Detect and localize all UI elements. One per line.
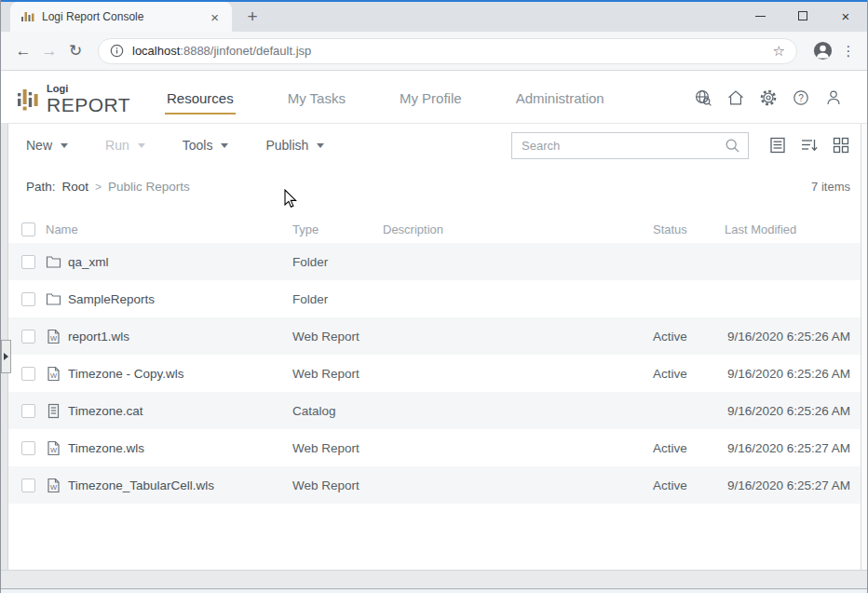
- row-name[interactable]: Timezone - Copy.wls: [68, 367, 184, 381]
- web-report-icon: W: [46, 366, 61, 382]
- row-checkbox[interactable]: [21, 330, 35, 344]
- url-host: localhost: [132, 44, 180, 58]
- row-name[interactable]: report1.wls: [68, 330, 129, 344]
- grid-view-icon[interactable]: [832, 136, 850, 155]
- url-text[interactable]: localhost:8888/jinfonet/default.jsp: [132, 44, 773, 58]
- sort-icon[interactable]: [800, 136, 819, 155]
- column-name[interactable]: Name: [46, 222, 292, 236]
- page-footer-strip: [1, 570, 867, 588]
- items-count: 7 items: [811, 180, 850, 194]
- table-row[interactable]: SampleReports Folder: [1, 280, 867, 317]
- browser-toolbar: ← → ↻ localhost:8888/jinfonet/default.js…: [1, 32, 867, 71]
- expand-panel-handle[interactable]: [1, 340, 11, 373]
- row-name[interactable]: Timezone.wls: [68, 441, 144, 455]
- nav-administration[interactable]: Administration: [516, 90, 604, 106]
- row-status: Active: [653, 478, 725, 492]
- row-modified: 9/16/2020 6:25:27 AM: [725, 478, 850, 492]
- select-all-checkbox[interactable]: [21, 222, 35, 236]
- logo-word-logi: Logi: [47, 84, 130, 94]
- column-last-modified[interactable]: Last Modified: [725, 222, 850, 236]
- forward-icon[interactable]: →: [36, 42, 62, 61]
- row-checkbox[interactable]: [21, 404, 35, 418]
- home-icon[interactable]: [726, 88, 745, 107]
- folder-icon: [46, 291, 61, 307]
- minimize-button[interactable]: [739, 2, 781, 30]
- row-checkbox[interactable]: [21, 441, 35, 455]
- row-type: Web Report: [292, 330, 383, 344]
- settings-gear-icon[interactable]: [759, 88, 778, 107]
- row-status: Active: [653, 367, 725, 381]
- row-checkbox[interactable]: [21, 292, 35, 306]
- chevron-down-icon: [317, 143, 324, 148]
- browser-menu-icon[interactable]: ⋮: [839, 43, 858, 60]
- table-row[interactable]: W Timezone - Copy.wls Web Report Active …: [1, 355, 867, 392]
- nav-my-profile[interactable]: My Profile: [400, 90, 462, 106]
- row-modified: 9/16/2020 6:25:26 AM: [725, 367, 850, 381]
- row-type: Web Report: [292, 478, 383, 492]
- row-name[interactable]: Timezone.cat: [68, 404, 143, 418]
- column-type[interactable]: Type: [292, 222, 383, 236]
- table-row[interactable]: W Timezone.wls Web Report Active 9/16/20…: [1, 429, 867, 466]
- reload-icon[interactable]: ↻: [62, 41, 88, 61]
- tab-title: Logi Report Console: [42, 10, 207, 23]
- nav-resources[interactable]: Resources: [167, 90, 234, 106]
- row-type: Folder: [292, 255, 383, 269]
- breadcrumb-root[interactable]: Root: [62, 180, 89, 194]
- minimize-icon: [755, 16, 766, 17]
- new-menu[interactable]: New: [26, 138, 68, 153]
- table-row[interactable]: W Timezone_TabularCell.wls Web Report Ac…: [1, 466, 867, 504]
- breadcrumb-current: Public Reports: [108, 180, 190, 194]
- browser-tab[interactable]: Logi Report Console ×: [10, 2, 232, 32]
- column-status[interactable]: Status: [653, 222, 725, 236]
- maximize-button[interactable]: [781, 2, 824, 30]
- new-tab-button[interactable]: +: [241, 6, 264, 28]
- logo-word-report: REPORT: [47, 95, 130, 115]
- page-info-icon[interactable]: [110, 44, 124, 58]
- row-type: Catalog: [292, 404, 383, 418]
- address-bar[interactable]: localhost:8888/jinfonet/default.jsp ☆: [98, 38, 797, 64]
- bookmark-star-icon[interactable]: ☆: [773, 43, 785, 60]
- table-row[interactable]: Timezone.cat Catalog 9/16/2020 6:25:26 A…: [1, 392, 867, 429]
- table-body: qa_xml Folder SampleReports Folder W rep…: [1, 243, 867, 504]
- publish-menu-label: Publish: [265, 138, 308, 153]
- tools-menu[interactable]: Tools: [183, 138, 229, 153]
- tab-strip: Logi Report Console × + ×: [1, 2, 867, 32]
- tab-close-icon[interactable]: ×: [207, 8, 223, 26]
- table-row[interactable]: qa_xml Folder: [1, 243, 867, 280]
- run-menu[interactable]: Run: [105, 138, 145, 153]
- column-description[interactable]: Description: [383, 222, 653, 236]
- row-name[interactable]: Timezone_TabularCell.wls: [68, 478, 214, 492]
- search-box[interactable]: [511, 132, 749, 159]
- web-report-icon: W: [46, 329, 61, 344]
- detail-view-icon[interactable]: [768, 136, 787, 155]
- logi-report-logo[interactable]: Logi REPORT: [18, 84, 130, 115]
- search-input[interactable]: [522, 139, 725, 153]
- row-checkbox[interactable]: [21, 367, 35, 381]
- path-label: Path:: [26, 180, 56, 194]
- scrollbar-track[interactable]: [861, 124, 867, 570]
- help-icon[interactable]: ?: [792, 88, 810, 107]
- search-icon[interactable]: [725, 138, 740, 154]
- row-name[interactable]: SampleReports: [68, 292, 155, 306]
- row-type: Web Report: [292, 441, 383, 455]
- svg-text:W: W: [50, 446, 58, 454]
- maximize-icon: [798, 11, 807, 20]
- close-button[interactable]: ×: [824, 2, 867, 30]
- user-icon[interactable]: [824, 88, 843, 107]
- table-row[interactable]: W report1.wls Web Report Active 9/16/202…: [1, 317, 867, 355]
- publish-menu[interactable]: Publish: [265, 138, 324, 153]
- profile-avatar-icon[interactable]: [812, 40, 834, 61]
- window-bottom-edge: [1, 588, 867, 593]
- row-name[interactable]: qa_xml: [68, 255, 109, 269]
- row-checkbox[interactable]: [21, 255, 35, 269]
- app-header: Logi REPORT Resources My Tasks My Profil…: [1, 72, 867, 124]
- logi-report-console: Logi REPORT Resources My Tasks My Profil…: [1, 72, 867, 593]
- row-type: Web Report: [292, 367, 383, 381]
- window-controls: ×: [739, 2, 867, 30]
- row-checkbox[interactable]: [21, 478, 35, 492]
- run-menu-label: Run: [105, 138, 129, 153]
- nav-my-tasks[interactable]: My Tasks: [288, 90, 346, 106]
- search-globe-icon[interactable]: [694, 88, 712, 107]
- back-icon[interactable]: ←: [10, 42, 36, 61]
- logo-text: Logi REPORT: [47, 84, 130, 115]
